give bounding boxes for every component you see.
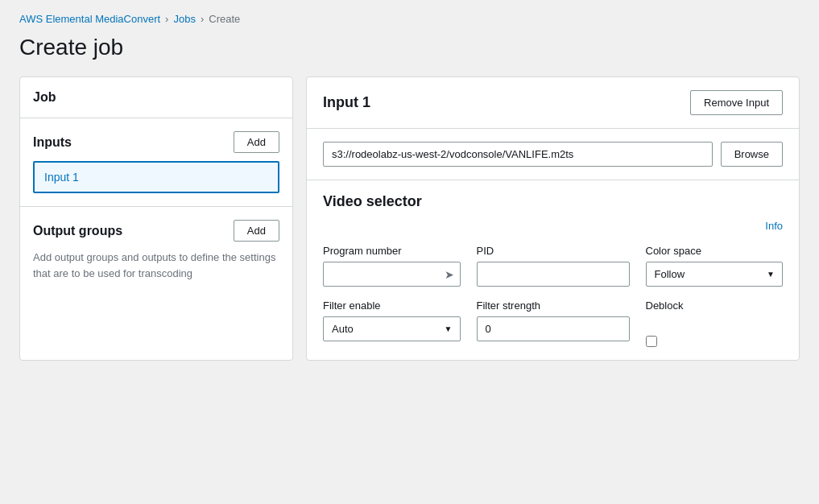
pid-label: PID [477, 245, 630, 257]
video-selector-section: Video selector Info Program number ➤ [307, 180, 799, 360]
deblock-group: Deblock [646, 300, 784, 347]
color-space-group: Color space Follow INIT REMAPPED ▼ [646, 245, 784, 287]
program-number-input[interactable] [323, 262, 461, 287]
program-number-label: Program number [323, 245, 461, 257]
color-space-select[interactable]: Follow INIT REMAPPED [646, 262, 784, 287]
file-path-input[interactable] [323, 142, 713, 167]
filter-enable-group: Filter enable Auto Force Disable ▼ [323, 300, 461, 347]
file-input-row: Browse [307, 129, 799, 180]
filter-enable-label: Filter enable [323, 300, 461, 312]
breadcrumb-sep-2: › [201, 13, 204, 25]
output-groups-add-button[interactable]: Add [234, 220, 279, 242]
color-space-label: Color space [646, 245, 784, 257]
breadcrumb-jobs[interactable]: Jobs [173, 13, 195, 25]
filter-strength-label: Filter strength [477, 300, 630, 312]
remove-input-button[interactable]: Remove Input [690, 90, 783, 115]
browse-button[interactable]: Browse [721, 142, 783, 167]
deblock-checkbox-group [646, 336, 784, 347]
filter-enable-select[interactable]: Auto Force Disable [323, 316, 461, 341]
video-selector-title: Video selector [323, 193, 783, 210]
sidebar-job-title: Job [33, 90, 279, 105]
deblock-label: Deblock [646, 300, 784, 312]
sidebar-output-groups-section: Output groups Add Add output groups and … [20, 207, 292, 294]
breadcrumb-mediaconvert[interactable]: AWS Elemental MediaConvert [19, 13, 160, 25]
breadcrumb: AWS Elemental MediaConvert › Jobs › Crea… [19, 13, 800, 25]
info-link[interactable]: Info [765, 220, 783, 232]
inputs-add-button[interactable]: Add [234, 131, 279, 153]
deblock-checkbox[interactable] [646, 336, 657, 347]
info-link-row: Info [323, 220, 783, 232]
pid-group: PID [477, 245, 630, 287]
pid-input[interactable] [477, 262, 630, 287]
input-title: Input 1 [323, 94, 370, 111]
form-grid: Program number ➤ PID Color space [323, 245, 783, 347]
breadcrumb-current: Create [209, 13, 240, 25]
input-header: Input 1 Remove Input [307, 77, 799, 129]
sidebar: Job Inputs Add Input 1 Output groups Add… [19, 76, 293, 361]
program-number-group: Program number ➤ [323, 245, 461, 287]
sidebar-inputs-label: Inputs [33, 135, 72, 150]
page-title: Create job [19, 35, 800, 60]
sidebar-job-section: Job [20, 77, 292, 118]
sidebar-inputs-section: Inputs Add Input 1 [20, 118, 292, 207]
sidebar-output-groups-label: Output groups [33, 224, 122, 238]
sidebar-output-groups-desc: Add output groups and outputs to define … [33, 250, 279, 281]
breadcrumb-sep-1: › [165, 13, 168, 25]
filter-strength-input[interactable] [477, 316, 630, 341]
sidebar-item-input1[interactable]: Input 1 [33, 161, 279, 193]
filter-strength-group: Filter strength [477, 300, 630, 347]
content-panel: Input 1 Remove Input Browse Video select… [306, 76, 800, 361]
